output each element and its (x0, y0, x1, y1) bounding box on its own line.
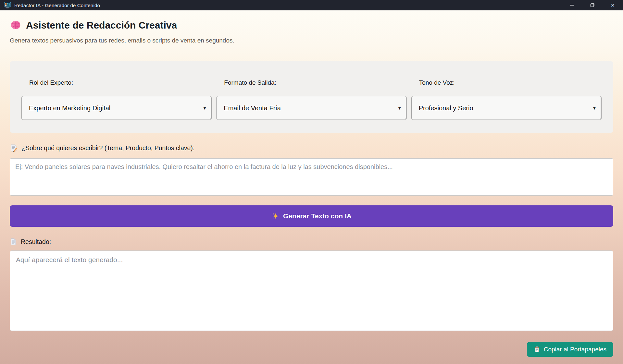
combo-value: Email de Venta Fría (224, 104, 281, 112)
page-icon (10, 238, 17, 245)
minimize-icon (570, 5, 574, 6)
copy-row: Copiar al Portapapeles (10, 342, 613, 357)
sparkles-icon (271, 212, 279, 220)
page-header: Asistente de Redacción Creativa (10, 10, 613, 32)
field-tono-voz: Tono de Voz: Profesional y Serio ▼ (411, 79, 602, 120)
generate-button-label: Generar Texto con IA (283, 212, 352, 220)
memo-pencil-icon (10, 144, 18, 152)
result-label: Resultado: (21, 238, 51, 246)
chevron-down-icon: ▼ (588, 97, 601, 119)
combobox-formato-salida[interactable]: Email de Venta Fría ▼ (216, 96, 406, 120)
window-controls: ✕ (562, 0, 623, 10)
page-title: Asistente de Redacción Creativa (26, 20, 177, 31)
field-rol-experto: Rol del Experto: Experto en Marketing Di… (21, 79, 212, 120)
field-label: Rol del Experto: (29, 79, 212, 88)
result-label-row: Resultado: (10, 237, 613, 246)
main-content: Asistente de Redacción Creativa Genera t… (0, 10, 623, 364)
combobox-tono-voz[interactable]: Profesional y Serio ▼ (411, 96, 602, 120)
titlebar: Redactor IA - Generador de Contenido ✕ (0, 0, 623, 10)
chevron-down-icon: ▼ (198, 97, 211, 119)
result-output[interactable] (10, 250, 613, 331)
clipboard-icon (534, 346, 540, 353)
close-icon: ✕ (611, 3, 615, 8)
chevron-down-icon: ▼ (393, 97, 406, 119)
minimize-button[interactable] (562, 0, 582, 10)
combobox-rol-experto[interactable]: Experto en Marketing Digital ▼ (21, 96, 212, 120)
restore-icon (590, 3, 595, 7)
prompt-input[interactable] (10, 158, 613, 196)
field-formato-salida: Formato de Salida: Email de Venta Fría ▼ (216, 79, 406, 120)
brain-icon (10, 19, 21, 31)
window-title: Redactor IA - Generador de Contenido (14, 3, 100, 8)
close-button[interactable]: ✕ (603, 0, 623, 10)
page-subtitle: Genera textos persuasivos para tus redes… (10, 37, 613, 44)
prompt-label-row: ¿Sobre qué quieres escribir? (Tema, Prod… (10, 144, 613, 152)
field-label: Tono de Voz: (419, 79, 602, 88)
restore-button[interactable] (582, 0, 603, 10)
app-grid-icon (4, 2, 11, 9)
field-label: Formato de Salida: (224, 79, 406, 88)
combo-value: Experto en Marketing Digital (29, 104, 110, 112)
combo-value: Profesional y Serio (419, 104, 473, 112)
copy-to-clipboard-button[interactable]: Copiar al Portapapeles (527, 342, 613, 357)
copy-button-label: Copiar al Portapapeles (544, 346, 606, 353)
selector-panel: Rol del Experto: Experto en Marketing Di… (10, 61, 613, 133)
generate-button[interactable]: Generar Texto con IA (10, 205, 613, 227)
prompt-label: ¿Sobre qué quieres escribir? (Tema, Prod… (21, 144, 194, 152)
